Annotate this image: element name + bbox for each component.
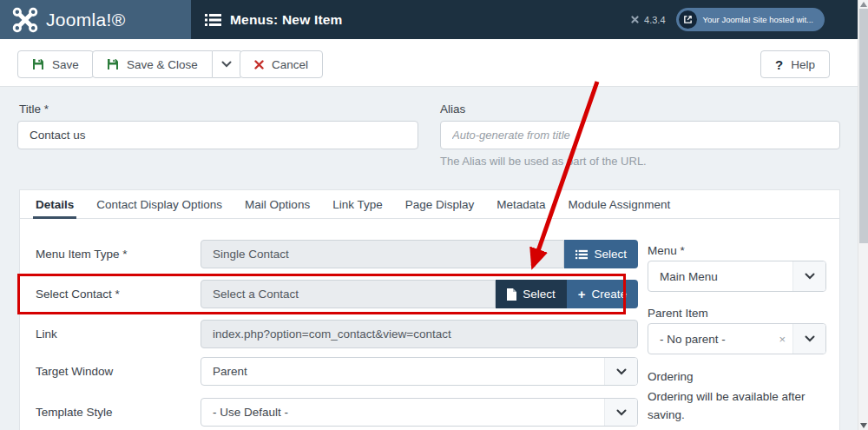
menu-item-type-row: Menu Item Type * Single Contact Select xyxy=(36,240,638,268)
save-and-close-label: Save & Close xyxy=(127,58,198,71)
scrollbar-thumb[interactable] xyxy=(859,9,868,243)
chevron-down-icon xyxy=(792,261,825,291)
template-style-select[interactable]: - Use Default - xyxy=(201,398,638,427)
save-close-split-button: Save & Close xyxy=(92,50,242,78)
document-icon xyxy=(507,288,516,301)
menu-item-type-value: Single Contact xyxy=(201,240,564,268)
menu-select-wrap: Main Menu xyxy=(648,261,826,292)
joomla-version: 4.3.4 xyxy=(630,15,665,25)
menu-item-type-label: Menu Item Type * xyxy=(36,248,201,261)
joomla-logo-icon xyxy=(12,7,38,33)
save-options-dropdown-toggle[interactable] xyxy=(213,50,242,78)
hosted-site-badge-label: Your Joomla! Site hosted wit... xyxy=(703,15,813,24)
help-button[interactable]: ? Help xyxy=(760,50,830,78)
scrollbar-down-arrow[interactable] xyxy=(860,423,867,428)
template-style-row: Template Style - Use Default - xyxy=(36,398,638,427)
menu-field-label: Menu * xyxy=(648,244,685,257)
menu-item-type-select-label: Select xyxy=(594,248,627,261)
chevron-down-icon xyxy=(221,61,232,68)
tab-metadata[interactable]: Metadata xyxy=(485,190,556,218)
link-label: Link xyxy=(36,327,201,341)
version-number: 4.3.4 xyxy=(644,15,665,25)
scrollbar-up-arrow[interactable] xyxy=(860,2,867,7)
parent-item-value: - No parent - xyxy=(648,333,779,346)
menu-select-value: Main Menu xyxy=(648,270,792,283)
hosted-site-badge[interactable]: Your Joomla! Site hosted wit... xyxy=(676,8,825,31)
question-mark-icon: ? xyxy=(775,57,783,72)
page-title: Menus: New Item xyxy=(230,12,343,28)
ordering-note: Ordering will be available after saving. xyxy=(648,388,837,425)
list-icon xyxy=(575,249,588,260)
title-field-label: Title * xyxy=(19,103,49,116)
tab-link-type[interactable]: Link Type xyxy=(321,190,394,218)
select-contact-value: Select a Contact xyxy=(201,280,496,308)
alias-input[interactable] xyxy=(440,121,840,149)
tab-module-assignment[interactable]: Module Assignment xyxy=(557,190,682,218)
target-window-select[interactable]: Parent xyxy=(201,357,638,386)
template-style-value: - Use Default - xyxy=(201,406,604,419)
save-and-close-button[interactable]: Save & Close xyxy=(92,50,213,78)
save-button-label: Save xyxy=(52,58,79,71)
select-contact-create-label: Create xyxy=(591,288,627,301)
vertical-scrollbar[interactable] xyxy=(858,0,868,430)
cancel-x-icon xyxy=(254,60,264,69)
joomla-version-icon xyxy=(630,15,640,24)
top-header-bar: Joomla!® Menus: New Item 4.3 xyxy=(0,0,858,39)
menu-list-icon xyxy=(205,13,221,27)
joomla-admin-window: Joomla!® Menus: New Item 4.3 xyxy=(0,0,868,430)
link-row: Link index.php?option=com_contact&view=c… xyxy=(36,320,638,348)
link-value: index.php?option=com_contact&view=contac… xyxy=(201,320,638,348)
chevron-down-icon xyxy=(604,358,637,385)
alias-field-label: Alias xyxy=(440,103,465,116)
menu-select[interactable]: Main Menu xyxy=(648,261,826,292)
external-link-icon xyxy=(679,10,697,29)
target-window-value: Parent xyxy=(201,365,604,378)
tab-details[interactable]: Details xyxy=(24,190,85,218)
clear-selection-icon[interactable]: × xyxy=(779,333,792,346)
tab-contact-display-options[interactable]: Contact Display Options xyxy=(85,190,233,218)
title-input[interactable] xyxy=(17,121,418,149)
joomla-logo-block: Joomla!® xyxy=(0,0,191,39)
target-window-label: Target Window xyxy=(36,365,201,378)
tab-mail-options[interactable]: Mail Options xyxy=(233,190,321,218)
details-panel: Details Contact Display Options Mail Opt… xyxy=(19,189,840,430)
select-contact-label: Select Contact * xyxy=(36,288,201,301)
select-contact-select-label: Select xyxy=(523,288,556,301)
action-toolbar: Save Save & Close xyxy=(0,39,858,87)
save-floppy-icon xyxy=(32,58,44,70)
select-contact-row: Select Contact * Select a Contact Select… xyxy=(36,280,638,308)
parent-item-label: Parent Item xyxy=(648,307,708,320)
chevron-down-icon xyxy=(604,399,637,426)
save-button[interactable]: Save xyxy=(17,50,94,78)
select-contact-select-button[interactable]: Select xyxy=(496,280,567,308)
help-button-label: Help xyxy=(791,58,815,71)
parent-item-select[interactable]: - No parent - × xyxy=(648,323,826,354)
ordering-label: Ordering xyxy=(648,370,694,383)
menu-item-type-select-button[interactable]: Select xyxy=(564,240,638,268)
save-floppy-icon xyxy=(107,58,119,70)
target-window-row: Target Window Parent xyxy=(36,357,638,386)
template-style-label: Template Style xyxy=(36,406,201,419)
plus-icon: + xyxy=(578,288,586,301)
alias-help-text: The Alias will be used as part of the UR… xyxy=(440,155,647,168)
joomla-logo-text: Joomla!® xyxy=(46,10,125,30)
cancel-button[interactable]: Cancel xyxy=(240,50,323,78)
cancel-button-label: Cancel xyxy=(272,58,308,71)
chevron-down-icon xyxy=(792,324,825,354)
item-tabs: Details Contact Display Options Mail Opt… xyxy=(20,190,839,219)
parent-item-select-wrap: - No parent - × xyxy=(648,323,826,354)
select-contact-create-button[interactable]: + Create xyxy=(567,280,638,308)
page-title-wrap: Menus: New Item xyxy=(205,12,343,28)
tab-page-display[interactable]: Page Display xyxy=(394,190,486,218)
